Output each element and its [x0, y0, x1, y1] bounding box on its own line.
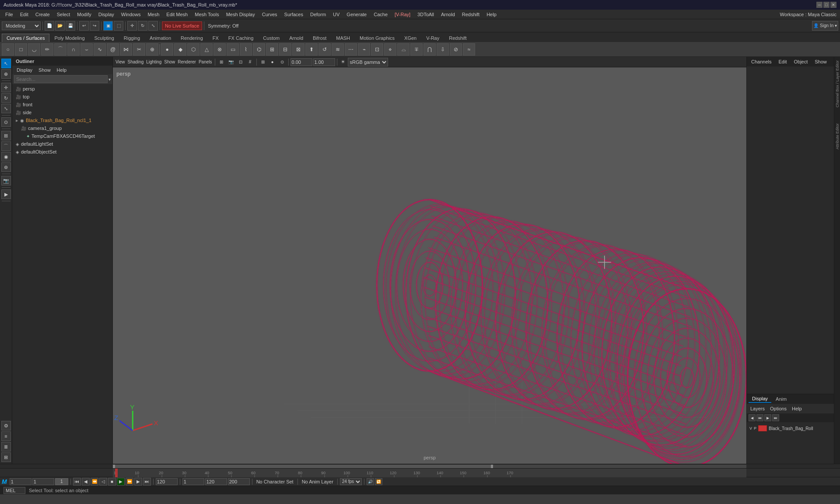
shelf-icon-patch[interactable]: ⋄: [384, 43, 396, 56]
layers-btn[interactable]: Layers: [749, 406, 766, 412]
outliner-search-input[interactable]: [14, 75, 108, 83]
play-fwd-btn[interactable]: ▶: [117, 478, 125, 486]
rotate-tool-btn[interactable]: ↻: [1, 93, 11, 103]
focal-length-input[interactable]: [290, 58, 312, 66]
shelf-icon-loft[interactable]: ≋: [332, 43, 344, 56]
save-scene-btn[interactable]: 💾: [66, 21, 75, 31]
shelf-icon-cut[interactable]: ∓: [410, 43, 423, 56]
shelf-tab-redshift[interactable]: Redshift: [444, 34, 471, 42]
shelf-icon-trim[interactable]: ⊘: [450, 43, 462, 56]
menu-generate[interactable]: Generate: [343, 11, 370, 18]
outliner-menu-show[interactable]: Show: [36, 66, 53, 74]
range-end-input[interactable]: [205, 478, 227, 485]
shelf-icon-arc1[interactable]: ⌒: [54, 43, 66, 56]
next-frame-btn[interactable]: ▶: [134, 478, 142, 486]
select-tool-btn[interactable]: ↖: [1, 59, 11, 68]
menu-uv[interactable]: UV: [329, 11, 343, 18]
snap-curve-btn[interactable]: ⌒: [1, 141, 11, 151]
help-btn[interactable]: Help: [790, 406, 804, 412]
channel-box-side-tab[interactable]: Channel Box / Layer Editor: [834, 57, 840, 111]
shelf-icon-intersect[interactable]: ⋂: [424, 43, 436, 56]
shelf-icon-sphere[interactable]: ●: [161, 43, 173, 56]
shelf-icon-fillet[interactable]: ⌓: [397, 43, 410, 56]
shelf-icon-torus[interactable]: ⊗: [214, 43, 226, 56]
snap-point-btn[interactable]: ◉: [1, 152, 11, 161]
shelf-tab-curves-surfaces[interactable]: Curves / Surfaces: [2, 34, 49, 42]
menu-curves[interactable]: Curves: [259, 11, 281, 18]
go-end-btn[interactable]: ⏭: [143, 478, 151, 486]
shelf-icon-stitch[interactable]: ≈: [463, 43, 475, 56]
xray-btn[interactable]: ⊙: [278, 58, 287, 66]
range-slider[interactable]: [113, 465, 746, 468]
camera-ops-btn[interactable]: 📷: [1, 176, 11, 186]
range-slider-left-handle[interactable]: [113, 465, 115, 468]
render-btn[interactable]: ▶: [1, 189, 11, 199]
vp-menu-panels[interactable]: Panels: [198, 58, 213, 66]
range-slider-right-handle[interactable]: [491, 465, 493, 468]
shelf-icon-extrude[interactable]: ⬆: [305, 43, 318, 56]
menu-vray[interactable]: [V-Ray]: [391, 11, 414, 18]
paint-tool-btn[interactable]: ⊕: [1, 69, 11, 79]
channel-box-btn[interactable]: ≡: [1, 431, 11, 441]
shelf-icon-arc3[interactable]: ⌣: [80, 43, 93, 56]
menu-mesh[interactable]: Mesh: [144, 11, 163, 18]
scale-tool-btn[interactable]: ⤡: [1, 104, 11, 113]
outliner-item-objectset[interactable]: ◈ defaultObjectSet: [12, 148, 112, 156]
play-back-btn[interactable]: ◁: [99, 478, 107, 486]
move-btn[interactable]: ✛: [127, 21, 137, 31]
move-tool-btn[interactable]: ✛: [1, 83, 11, 92]
close-button[interactable]: ✕: [830, 2, 836, 8]
shelf-tab-custom[interactable]: Custom: [258, 34, 284, 42]
menu-arnold[interactable]: Arnold: [438, 11, 458, 18]
end-frame-display[interactable]: [156, 478, 178, 485]
shelf-icon-circle[interactable]: ○: [2, 43, 14, 56]
shelf-icon-cone[interactable]: △: [200, 43, 213, 56]
shelf-icon-tool3[interactable]: ⊕: [146, 43, 158, 56]
menu-edit-mesh[interactable]: Edit Mesh: [163, 11, 191, 18]
fit-btn[interactable]: ⊡: [236, 58, 245, 66]
tool-settings-btn[interactable]: ⚙: [1, 421, 11, 430]
shelf-icon-plane[interactable]: ▭: [227, 43, 239, 56]
vp-menu-view[interactable]: View: [115, 58, 126, 66]
undo-btn[interactable]: ↩: [79, 21, 89, 31]
scale-btn[interactable]: ⤡: [148, 21, 158, 31]
options-btn[interactable]: Options: [768, 406, 788, 412]
shelf-icon-nurbs4[interactable]: ⊟: [279, 43, 291, 56]
layer-prev-btn[interactable]: ◀: [749, 414, 756, 421]
outliner-item-target[interactable]: ✦ TempCamFBXASCD46Target: [12, 132, 112, 140]
outliner-item-camera-group[interactable]: 🎥 camera1_group: [12, 124, 112, 132]
menu-surfaces[interactable]: Surfaces: [281, 11, 307, 18]
prev-key-btn[interactable]: ⏪: [91, 478, 98, 486]
show-tab[interactable]: Show: [812, 58, 830, 65]
shelf-icon-nurbs1[interactable]: ⌇: [240, 43, 252, 56]
shelf-tab-animation[interactable]: Animation: [145, 34, 176, 42]
snap-view-btn[interactable]: ⊛: [1, 162, 11, 172]
vp-menu-show[interactable]: Show: [163, 58, 176, 66]
shelf-icon-tool2[interactable]: ✂: [133, 43, 145, 56]
exposure-input[interactable]: [313, 58, 335, 66]
open-scene-btn[interactable]: 📂: [55, 21, 65, 31]
viewport-canvas[interactable]: X Y Z persp persp: [113, 67, 746, 464]
minimize-button[interactable]: ─: [816, 2, 822, 8]
grid-btn[interactable]: #: [246, 58, 255, 66]
layer-ff-btn[interactable]: ⏭: [772, 414, 779, 421]
shelf-icon-boundary[interactable]: ⊡: [371, 43, 383, 56]
outliner-menu-display[interactable]: Display: [14, 66, 35, 74]
stop-btn[interactable]: ■: [108, 478, 116, 486]
vp-menu-lighting[interactable]: Lighting: [145, 58, 162, 66]
camera-sync-btn[interactable]: ⊞: [217, 58, 226, 66]
layer-rewind-btn[interactable]: ⏮: [756, 414, 763, 421]
loop-btn[interactable]: 🔁: [375, 478, 382, 485]
menu-redshift[interactable]: Redshift: [458, 11, 483, 18]
range-end2-input[interactable]: [228, 478, 250, 485]
outliner-filter-icon[interactable]: ▾: [108, 77, 111, 82]
next-key-btn[interactable]: ⏩: [126, 478, 133, 486]
sign-in-btn[interactable]: 👤 Sign In ▾: [812, 21, 838, 31]
select-btn[interactable]: ▣: [103, 21, 113, 31]
menu-mesh-tools[interactable]: Mesh Tools: [191, 11, 222, 18]
range-start-input[interactable]: [182, 478, 204, 485]
shelf-tab-arnold[interactable]: Arnold: [284, 34, 308, 42]
mode-select[interactable]: Modeling Rigging Animation FX Rendering …: [2, 21, 41, 30]
shelf-tab-poly-modeling[interactable]: Poly Modeling: [49, 34, 89, 42]
shelf-icon-nurbs3[interactable]: ⊞: [266, 43, 278, 56]
